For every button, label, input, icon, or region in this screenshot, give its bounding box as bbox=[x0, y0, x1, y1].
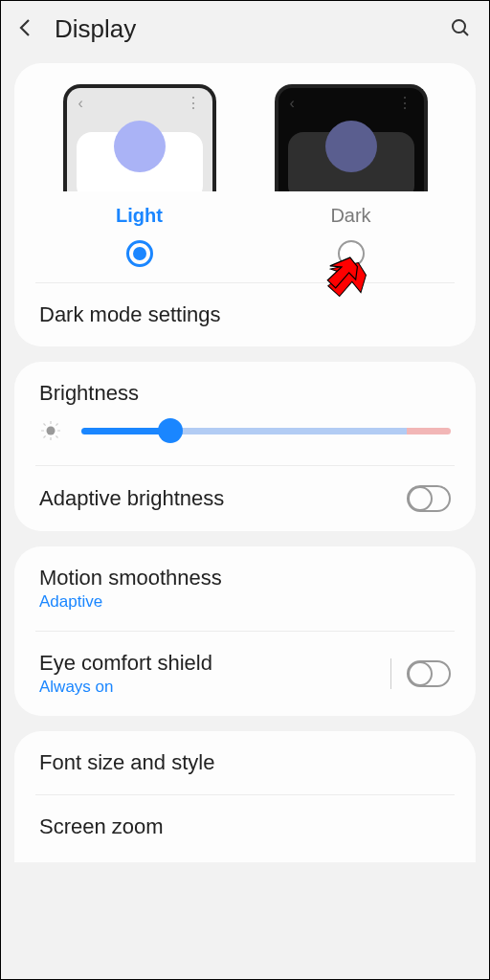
theme-card: ‹⋮ Light ‹⋮ Dark bbox=[14, 63, 476, 346]
brightness-title: Brightness bbox=[39, 381, 139, 405]
svg-line-14 bbox=[44, 435, 46, 437]
svg-line-12 bbox=[44, 424, 46, 426]
theme-option-light[interactable]: ‹⋮ Light bbox=[58, 84, 221, 277]
adaptive-brightness-label: Adaptive brightness bbox=[39, 486, 224, 511]
brightness-card: Brightness Adaptive brightness bbox=[14, 362, 476, 531]
search-icon[interactable] bbox=[449, 16, 472, 43]
brightness-slider-row bbox=[14, 410, 476, 465]
annotation-arrow-main bbox=[317, 255, 363, 301]
svg-point-7 bbox=[47, 427, 56, 435]
motion-smoothness-value: Adaptive bbox=[39, 592, 222, 612]
svg-line-13 bbox=[56, 435, 57, 437]
dark-label: Dark bbox=[330, 205, 370, 227]
display-options-card: Motion smoothness Adaptive Eye comfort s… bbox=[14, 546, 476, 716]
svg-marker-6 bbox=[323, 255, 363, 295]
page-title: Display bbox=[55, 14, 449, 44]
brightness-slider-thumb[interactable] bbox=[158, 418, 183, 443]
svg-line-15 bbox=[56, 424, 57, 426]
dark-mode-settings-row[interactable]: Dark mode settings bbox=[14, 283, 476, 346]
brightness-slider[interactable] bbox=[81, 428, 451, 434]
screen-zoom-row[interactable]: Screen zoom bbox=[14, 795, 476, 862]
theme-option-dark[interactable]: ‹⋮ Dark bbox=[270, 84, 433, 277]
dark-preview: ‹⋮ bbox=[275, 84, 428, 191]
eye-comfort-label: Eye comfort shield bbox=[39, 651, 212, 676]
svg-line-1 bbox=[463, 31, 468, 35]
header: Display bbox=[1, 1, 489, 54]
svg-point-0 bbox=[453, 20, 465, 33]
brightness-title-row: Brightness bbox=[14, 362, 476, 410]
adaptive-brightness-toggle[interactable] bbox=[407, 485, 451, 512]
font-zoom-card: Font size and style Screen zoom bbox=[14, 731, 476, 862]
eye-comfort-value: Always on bbox=[39, 678, 212, 697]
adaptive-brightness-row[interactable]: Adaptive brightness bbox=[14, 466, 476, 531]
eye-comfort-toggle-wrap bbox=[390, 658, 451, 689]
font-size-label: Font size and style bbox=[39, 750, 214, 775]
light-label: Light bbox=[116, 205, 163, 227]
toggle-separator bbox=[390, 658, 391, 689]
dark-mode-settings-label: Dark mode settings bbox=[39, 302, 221, 327]
eye-comfort-toggle[interactable] bbox=[407, 660, 451, 687]
screen-zoom-label: Screen zoom bbox=[39, 814, 164, 839]
motion-smoothness-row[interactable]: Motion smoothness Adaptive bbox=[14, 546, 476, 631]
font-size-row[interactable]: Font size and style bbox=[14, 731, 476, 794]
light-preview: ‹⋮ bbox=[63, 84, 216, 191]
theme-row: ‹⋮ Light ‹⋮ Dark bbox=[14, 63, 476, 282]
sun-icon bbox=[39, 419, 62, 442]
radio-light[interactable] bbox=[126, 240, 153, 267]
motion-smoothness-label: Motion smoothness bbox=[39, 566, 222, 590]
back-icon[interactable] bbox=[14, 16, 37, 43]
eye-comfort-row[interactable]: Eye comfort shield Always on bbox=[14, 632, 476, 716]
